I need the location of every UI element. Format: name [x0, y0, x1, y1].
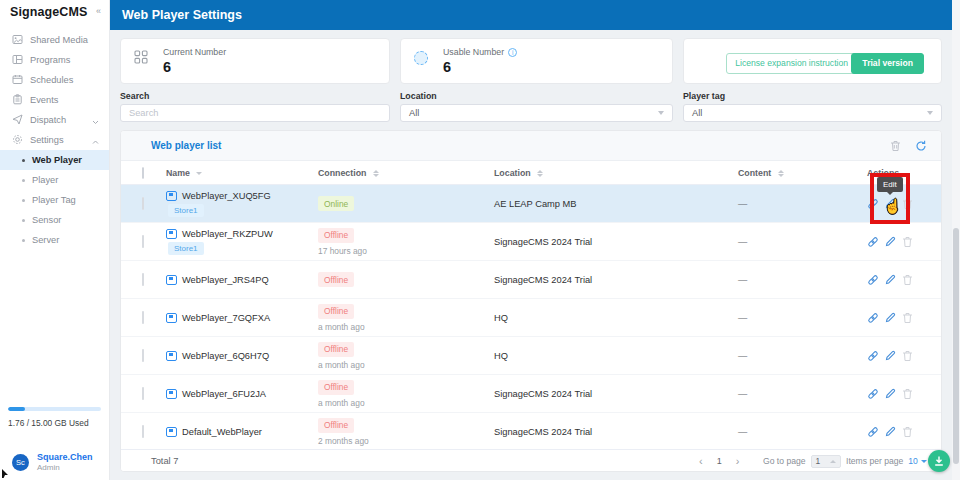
table-row[interactable]: WebPlayer_RKZPUW Store1 Offline 17 hours… [121, 223, 941, 261]
sort-icon[interactable] [778, 170, 784, 177]
trash-icon[interactable] [902, 236, 913, 248]
link-icon[interactable] [867, 426, 879, 438]
player-tag-badge: Store1 [168, 204, 204, 217]
status-time: a month ago [318, 398, 494, 408]
edit-icon[interactable] [885, 388, 896, 399]
row-checkbox[interactable] [142, 197, 144, 210]
row-checkbox[interactable] [142, 425, 144, 438]
table-footer: Total 7 ‹ 1 › Go to page 1 Items per pag… [121, 449, 941, 471]
player-tag-select[interactable]: All [683, 104, 942, 122]
trash-icon[interactable] [902, 198, 913, 210]
usable-number-value: 6 [443, 59, 451, 75]
table-row[interactable]: WebPlayer_XUQ5FG Store1 Online AE LEAP C… [121, 185, 941, 223]
bullet-icon [22, 239, 25, 242]
location-select[interactable]: All [400, 104, 673, 122]
chevron-down-icon [921, 460, 927, 463]
sort-icon[interactable] [196, 172, 202, 175]
sidebar-collapse-icon[interactable]: « [96, 6, 101, 16]
layout-icon [12, 54, 23, 67]
delete-icon[interactable] [890, 140, 901, 152]
status-time: 17 hours ago [318, 246, 494, 256]
edit-icon[interactable] [885, 274, 896, 285]
scrollbar-thumb[interactable] [953, 228, 959, 464]
link-icon[interactable] [867, 388, 879, 400]
sidebar-item-dispatch[interactable]: Dispatch [0, 110, 109, 130]
sidebar-item-programs[interactable]: Programs [0, 50, 109, 70]
link-icon[interactable] [867, 236, 879, 248]
row-checkbox[interactable] [142, 311, 144, 324]
sidebar-item-schedules[interactable]: Schedules [0, 70, 109, 90]
sidebar-item-settings[interactable]: Settings [0, 130, 109, 150]
search-label: Search [120, 91, 390, 101]
mouse-cursor-arrow [1, 468, 9, 480]
location-label: Location [400, 91, 673, 101]
refresh-icon[interactable] [915, 140, 927, 152]
trash-icon[interactable] [902, 350, 913, 362]
link-icon[interactable] [867, 198, 879, 210]
row-checkbox[interactable] [142, 387, 144, 400]
sidebar-item-shared-media[interactable]: Shared Media [0, 30, 109, 50]
select-all-checkbox[interactable] [142, 167, 144, 179]
sidebar-item-sensor[interactable]: Sensor [0, 210, 109, 230]
sidebar-item-player[interactable]: Player [0, 170, 109, 190]
row-checkbox[interactable] [142, 349, 144, 362]
column-header-name[interactable]: Name [166, 168, 190, 178]
download-export-button[interactable] [928, 450, 950, 472]
table-row[interactable]: WebPlayer_JRS4PQ Offline SignageCMS 2024… [121, 261, 941, 299]
row-location: SignageCMS 2024 Trial [494, 237, 738, 247]
sort-icon[interactable] [373, 170, 379, 177]
sidebar-item-player-tag[interactable]: Player Tag [0, 190, 109, 210]
row-checkbox[interactable] [142, 273, 144, 286]
table-row[interactable]: WebPlayer_6FU2JA Offline a month ago Sig… [121, 375, 941, 413]
link-icon[interactable] [867, 350, 879, 362]
goto-page-input[interactable]: 1 [811, 455, 841, 468]
storage-usage: 1.76 / 15.00 GB Used [0, 407, 109, 428]
edit-icon[interactable] [885, 426, 896, 437]
link-icon[interactable] [867, 312, 879, 324]
row-location: SignageCMS 2024 Trial [494, 389, 738, 399]
storage-usage-label: 1.76 / 15.00 GB Used [8, 418, 101, 428]
trash-icon[interactable] [902, 388, 913, 400]
edit-icon[interactable] [885, 312, 896, 323]
info-icon[interactable]: i [508, 48, 517, 57]
sidebar-item-web-player[interactable]: Web Player [0, 150, 109, 170]
sidebar-item-label: Events [30, 95, 58, 105]
row-location: HQ [494, 351, 738, 361]
license-actions-card: License expansion instruction Trial vers… [683, 38, 942, 84]
user-profile[interactable]: Sc Square.Chen Admin [12, 452, 93, 472]
table-row[interactable]: WebPlayer_6Q6H7Q Offline a month ago HQ … [121, 337, 941, 375]
trash-icon[interactable] [902, 426, 913, 438]
link-icon[interactable] [867, 274, 879, 286]
sort-icon[interactable] [537, 170, 543, 177]
trash-icon[interactable] [902, 274, 913, 286]
trial-version-button[interactable]: Trial version [851, 53, 924, 74]
search-input[interactable] [120, 104, 390, 122]
usable-number-card: Usable Number i 6 [400, 38, 673, 84]
next-page-button[interactable]: › [736, 455, 740, 467]
prev-page-button[interactable]: ‹ [699, 455, 703, 467]
current-number-card: Current Number 6 [120, 38, 390, 84]
table-row[interactable]: WebPlayer_7GQFXA Offline a month ago HQ … [121, 299, 941, 337]
column-header-connection[interactable]: Connection [318, 168, 366, 178]
storage-progress-fill [8, 407, 25, 411]
items-per-page-select[interactable]: 10 [908, 456, 927, 466]
player-name: WebPlayer_XUQ5FG [182, 191, 271, 201]
column-header-location[interactable]: Location [494, 168, 531, 178]
row-checkbox[interactable] [142, 235, 144, 248]
sidebar-item-events[interactable]: Events [0, 90, 109, 110]
edit-icon[interactable] [885, 350, 896, 361]
sidebar-item-label: Dispatch [30, 115, 66, 125]
trash-icon[interactable] [902, 312, 913, 324]
table-row[interactable]: Default_WebPlayer Offline 2 months ago S… [121, 413, 941, 451]
edit-icon[interactable] [885, 236, 896, 247]
player-tag-badge: Store1 [168, 242, 204, 255]
column-header-actions: Actions [867, 168, 899, 178]
sidebar-item-server[interactable]: Server [0, 230, 109, 250]
row-content: — [738, 389, 867, 399]
web-player-icon [166, 229, 177, 239]
license-expansion-button[interactable]: License expansion instruction [726, 53, 857, 74]
current-page[interactable]: 1 [717, 456, 722, 466]
total-count: Total 7 [151, 450, 178, 472]
column-header-content[interactable]: Content [738, 168, 771, 178]
chevron-down-icon [658, 111, 664, 115]
